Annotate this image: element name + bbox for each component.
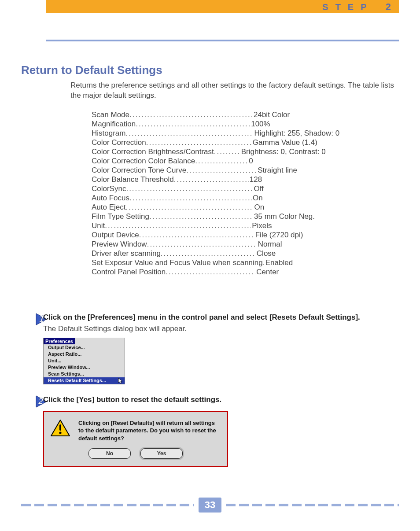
defaults-row: Color Correction Brightness/ContrastBrig…: [92, 148, 399, 156]
footer-dashes-left: [21, 504, 194, 506]
defaults-value: Enabled: [265, 258, 293, 267]
preferences-menu: Preferences Output Device...Aspect Ratio…: [43, 338, 125, 384]
step-1-headline: Click on the [Preferences] menu in the c…: [43, 313, 399, 323]
leader-dots: [126, 184, 253, 193]
defaults-row: Color Balance Threshold128: [92, 175, 399, 184]
leader-dots: [129, 194, 252, 203]
leader-dots: [214, 148, 240, 156]
defaults-value: Off: [253, 184, 263, 193]
defaults-label: Color Balance Threshold: [92, 175, 174, 184]
defaults-value: Straight line: [257, 166, 297, 175]
leader-dots: [105, 221, 251, 230]
defaults-row: Driver after scanningClose: [92, 249, 399, 258]
no-button[interactable]: No: [88, 448, 131, 459]
defaults-value: On: [252, 194, 263, 203]
page-number: 33: [199, 498, 221, 513]
defaults-label: Film Type Setting: [92, 212, 149, 221]
leader-dots: [146, 138, 252, 147]
divider: [46, 40, 399, 41]
defaults-row: Color Correction Color Balance0: [92, 157, 399, 166]
defaults-row: Auto EjectOn: [92, 203, 399, 212]
defaults-row: Scan Mode24bit Color: [92, 111, 399, 119]
menu-item[interactable]: Unit...: [44, 358, 125, 364]
defaults-label: Auto Focus: [92, 194, 129, 203]
defaults-table: Scan Mode24bit ColorMagnification100%His…: [92, 111, 399, 277]
leader-dots: [126, 203, 254, 212]
leader-dots: [125, 129, 253, 138]
step-1-sub: The Default Settings dialog box will app…: [43, 324, 399, 333]
defaults-label: Preview Window: [92, 240, 147, 249]
defaults-row: Color CorrectionGamma Value (1.4): [92, 138, 399, 147]
defaults-row: UnitPixels: [92, 221, 399, 230]
defaults-row: Color Correction Tone CurveStraight line: [92, 166, 399, 175]
svg-rect-6: [59, 424, 61, 431]
leader-dots: [136, 120, 250, 129]
step-1-icon: 1: [21, 312, 43, 384]
defaults-label: Set Exposur Value and Focus Value when s…: [92, 258, 263, 267]
svg-marker-2: [118, 378, 122, 384]
defaults-label: Color Correction: [92, 138, 146, 147]
defaults-label: Histogram: [92, 129, 125, 138]
menu-item[interactable]: Aspect Ratio...: [44, 351, 125, 358]
defaults-row: Film Type Setting35 mm Color Neg.: [92, 212, 399, 221]
step-label: STEP 2: [322, 0, 391, 13]
leader-dots: [166, 268, 255, 277]
defaults-label: Unit: [92, 221, 105, 230]
warning-icon: [50, 419, 70, 437]
leader-dots: [186, 166, 257, 175]
defaults-label: ColorSync: [92, 184, 126, 193]
defaults-value: On: [254, 203, 265, 212]
defaults-value: Normal: [257, 240, 282, 249]
section-title: Return to Default Settings: [21, 63, 399, 77]
defaults-row: Preview WindowNormal: [92, 240, 399, 249]
step-1: 1 Click on the [Preferences] menu in the…: [21, 312, 399, 384]
leader-dots: [161, 249, 256, 258]
menu-item[interactable]: Output Device...: [44, 344, 125, 351]
defaults-label: Color Correction Tone Curve: [92, 166, 186, 175]
defaults-value: 0: [248, 157, 253, 166]
menu-item-label: Resets Default Settings...: [48, 378, 106, 383]
step-2: 2 Click the [Yes] button to reset the de…: [21, 394, 399, 467]
step-number: 2: [386, 1, 391, 12]
defaults-label: Driver after scanning: [92, 249, 161, 258]
defaults-row: HistogramHighlight: 255, Shadow: 0: [92, 129, 399, 138]
leader-dots: [147, 240, 257, 249]
section-intro: Returns the preference settings and all …: [70, 81, 399, 101]
leader-dots: [129, 111, 253, 119]
leader-dots: [174, 175, 249, 184]
menu-item[interactable]: Preview Window...: [44, 364, 125, 371]
defaults-label: Magnification: [92, 120, 136, 129]
defaults-value: Close: [256, 249, 276, 258]
step-2-headline: Click the [Yes] button to reset the defa…: [43, 395, 399, 405]
dialog-text: Clicking on [Reset Defaults] will return…: [78, 419, 221, 442]
defaults-label: Color Correction Color Balance: [92, 157, 195, 166]
confirm-dialog: Clicking on [Reset Defaults] will return…: [43, 411, 228, 467]
leader-dots: [149, 212, 253, 221]
defaults-value: 100%: [250, 120, 270, 129]
defaults-row: Output DeviceFile (2720 dpi): [92, 231, 399, 240]
defaults-row: Set Exposur Value and Focus Value when s…: [92, 258, 399, 267]
defaults-value: 35 mm Color Neg.: [253, 212, 315, 221]
defaults-label: Color Correction Brightness/Contrast: [92, 148, 214, 156]
page-footer: 33: [21, 498, 399, 513]
step-2-icon: 2: [21, 394, 43, 467]
menu-item[interactable]: Scan Settings...: [44, 371, 125, 377]
svg-point-7: [59, 431, 61, 434]
defaults-row: Control Panel PositionCenter: [92, 268, 399, 277]
menu-item-resets-default[interactable]: Resets Default Settings...: [44, 377, 125, 384]
defaults-value: Pixels: [251, 221, 272, 230]
menu-title: Preferences: [44, 338, 75, 344]
defaults-value: Gamma Value (1.4): [252, 138, 317, 147]
defaults-label: Output Device: [92, 231, 139, 240]
defaults-value: File (2720 dpi): [254, 231, 303, 240]
svg-text:2: 2: [38, 396, 43, 406]
defaults-label: Control Panel Position: [92, 268, 166, 277]
leader-dots: [139, 231, 254, 240]
defaults-label: Auto Eject: [92, 203, 126, 212]
cursor-icon: [118, 378, 123, 386]
defaults-row: Magnification100%: [92, 120, 399, 129]
defaults-value: Center: [255, 268, 279, 277]
defaults-value: 24bit Color: [253, 111, 290, 119]
yes-button[interactable]: Yes: [140, 448, 183, 459]
defaults-row: Auto FocusOn: [92, 194, 399, 203]
